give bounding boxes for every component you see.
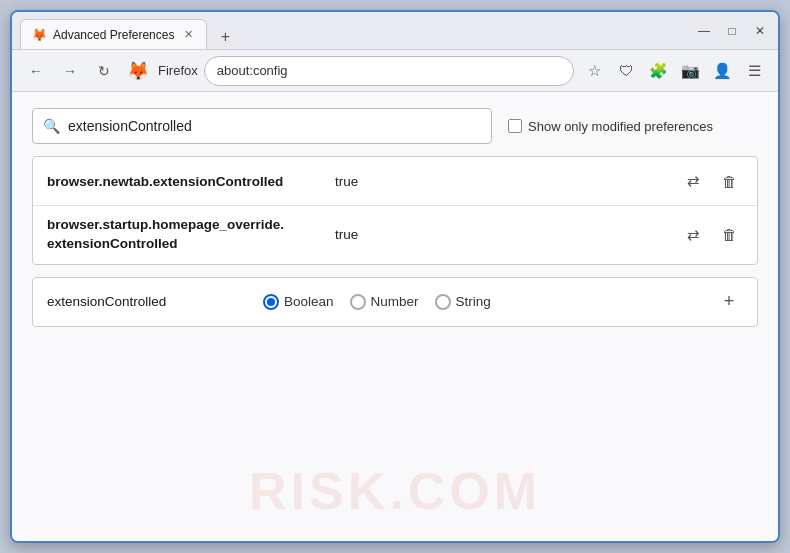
tab-close-button[interactable]: ✕: [180, 27, 196, 43]
radio-number-label: Number: [371, 294, 419, 309]
toggle-button[interactable]: ⇄: [679, 167, 707, 195]
tab-label: Advanced Preferences: [53, 28, 174, 42]
add-pref-row: extensionControlled Boolean Number Strin…: [32, 277, 758, 327]
forward-button[interactable]: →: [56, 57, 84, 85]
radio-number-circle: [350, 294, 366, 310]
table-row: browser.newtab.extensionControlled true …: [33, 157, 757, 206]
close-window-button[interactable]: ✕: [750, 21, 770, 41]
pref-name-line2: extensionControlled: [47, 235, 327, 254]
shield-icon[interactable]: 🛡: [612, 57, 640, 85]
back-button[interactable]: ←: [22, 57, 50, 85]
row-actions: ⇄ 🗑: [679, 221, 743, 249]
tab-area: 🦊 Advanced Preferences ✕ +: [20, 12, 682, 49]
radio-boolean-circle: [263, 294, 279, 310]
add-pref-button[interactable]: +: [715, 288, 743, 316]
profile-icon[interactable]: 👤: [708, 57, 736, 85]
watermark: RISK.COM: [249, 461, 541, 521]
reload-button[interactable]: ↻: [90, 57, 118, 85]
search-icon: 🔍: [43, 118, 60, 134]
results-table: browser.newtab.extensionControlled true …: [32, 156, 758, 265]
url-bar[interactable]: about:config: [204, 56, 574, 86]
table-row: browser.startup.homepage_override. exten…: [33, 206, 757, 264]
toolbar-icons: ☆ 🛡 🧩 📷 👤 ☰: [580, 57, 768, 85]
new-pref-name: extensionControlled: [47, 294, 247, 309]
active-tab[interactable]: 🦊 Advanced Preferences ✕: [20, 19, 207, 49]
nav-bar: ← → ↻ 🦊 Firefox about:config ☆ 🛡 🧩 📷 👤 ☰: [12, 50, 778, 92]
url-text: about:config: [217, 63, 561, 78]
firefox-tab-icon: 🦊: [32, 28, 47, 42]
radio-group: Boolean Number String: [263, 294, 699, 310]
extension-icon[interactable]: 🧩: [644, 57, 672, 85]
delete-button[interactable]: 🗑: [715, 167, 743, 195]
radio-boolean[interactable]: Boolean: [263, 294, 334, 310]
show-modified-label: Show only modified preferences: [528, 119, 713, 134]
radio-string-label: String: [456, 294, 491, 309]
camera-icon[interactable]: 📷: [676, 57, 704, 85]
search-box[interactable]: 🔍 extensionControlled: [32, 108, 492, 144]
search-input[interactable]: extensionControlled: [68, 118, 481, 134]
browser-name-label: Firefox: [158, 63, 198, 78]
radio-string-circle: [435, 294, 451, 310]
show-modified-checkbox[interactable]: [508, 119, 522, 133]
radio-number[interactable]: Number: [350, 294, 419, 310]
search-section: 🔍 extensionControlled Show only modified…: [32, 108, 758, 144]
bookmark-icon[interactable]: ☆: [580, 57, 608, 85]
pref-value: true: [335, 227, 671, 242]
row-actions: ⇄ 🗑: [679, 167, 743, 195]
content-area: RISK.COM 🔍 extensionControlled Show only…: [12, 92, 778, 541]
toggle-button[interactable]: ⇄: [679, 221, 707, 249]
new-tab-button[interactable]: +: [213, 25, 237, 49]
pref-name: browser.newtab.extensionControlled: [47, 174, 327, 189]
pref-name-multiline: browser.startup.homepage_override. exten…: [47, 216, 327, 254]
pref-value: true: [335, 174, 671, 189]
minimize-button[interactable]: —: [694, 21, 714, 41]
title-bar: 🦊 Advanced Preferences ✕ + — □ ✕: [12, 12, 778, 50]
window-controls: — □ ✕: [682, 21, 770, 41]
radio-boolean-label: Boolean: [284, 294, 334, 309]
browser-window: 🦊 Advanced Preferences ✕ + — □ ✕ ← → ↻ 🦊…: [10, 10, 780, 543]
radio-string[interactable]: String: [435, 294, 491, 310]
menu-icon[interactable]: ☰: [740, 57, 768, 85]
firefox-logo-icon: 🦊: [124, 57, 152, 85]
tab-favicon: 🦊: [31, 27, 47, 43]
show-modified-area: Show only modified preferences: [508, 119, 713, 134]
delete-button[interactable]: 🗑: [715, 221, 743, 249]
maximize-button[interactable]: □: [722, 21, 742, 41]
pref-name-line1: browser.startup.homepage_override.: [47, 216, 327, 235]
